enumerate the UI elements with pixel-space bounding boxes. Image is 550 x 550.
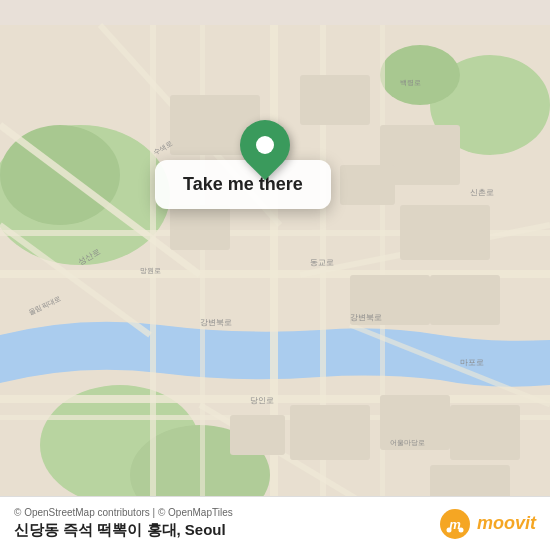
bottom-info: © OpenStreetMap contributors | © OpenMap… bbox=[14, 507, 233, 540]
svg-text:어울마당로: 어울마당로 bbox=[390, 439, 425, 446]
svg-text:백령로: 백령로 bbox=[400, 79, 421, 87]
svg-text:당인로: 당인로 bbox=[250, 396, 274, 405]
svg-point-49 bbox=[446, 527, 451, 532]
svg-rect-25 bbox=[400, 205, 490, 260]
svg-rect-28 bbox=[290, 405, 370, 460]
svg-text:망원로: 망원로 bbox=[140, 267, 161, 274]
location-name: 신당동 즉석 떡뽁이 홍대, Seoul bbox=[14, 521, 233, 540]
svg-rect-32 bbox=[230, 415, 285, 455]
svg-text:강변북로: 강변북로 bbox=[200, 318, 232, 327]
svg-rect-30 bbox=[450, 405, 520, 460]
svg-rect-34 bbox=[340, 165, 395, 205]
map-attribution: © OpenStreetMap contributors | © OpenMap… bbox=[14, 507, 233, 518]
svg-rect-27 bbox=[430, 275, 500, 325]
svg-text:신촌로: 신촌로 bbox=[470, 188, 494, 197]
svg-rect-23 bbox=[300, 75, 370, 125]
moovit-icon: m bbox=[439, 508, 471, 540]
map-background: 성산로 동교로 강변북로 강변북로 당인로 망원로 올림픽대로 어울마당로 마포… bbox=[0, 0, 550, 550]
svg-text:마포로: 마포로 bbox=[460, 358, 484, 367]
map-container: 성산로 동교로 강변북로 강변북로 당인로 망원로 올림픽대로 어울마당로 마포… bbox=[0, 0, 550, 550]
svg-text:동교로: 동교로 bbox=[310, 258, 334, 267]
moovit-logo[interactable]: m moovit bbox=[439, 508, 536, 540]
svg-rect-33 bbox=[170, 205, 230, 250]
svg-point-6 bbox=[380, 45, 460, 105]
map-pin bbox=[240, 120, 290, 170]
svg-text:강변북로: 강변북로 bbox=[350, 313, 382, 322]
bottom-bar: © OpenStreetMap contributors | © OpenMap… bbox=[0, 496, 550, 550]
svg-point-50 bbox=[458, 527, 463, 532]
svg-rect-14 bbox=[150, 25, 156, 525]
moovit-brand-text: moovit bbox=[477, 513, 536, 534]
